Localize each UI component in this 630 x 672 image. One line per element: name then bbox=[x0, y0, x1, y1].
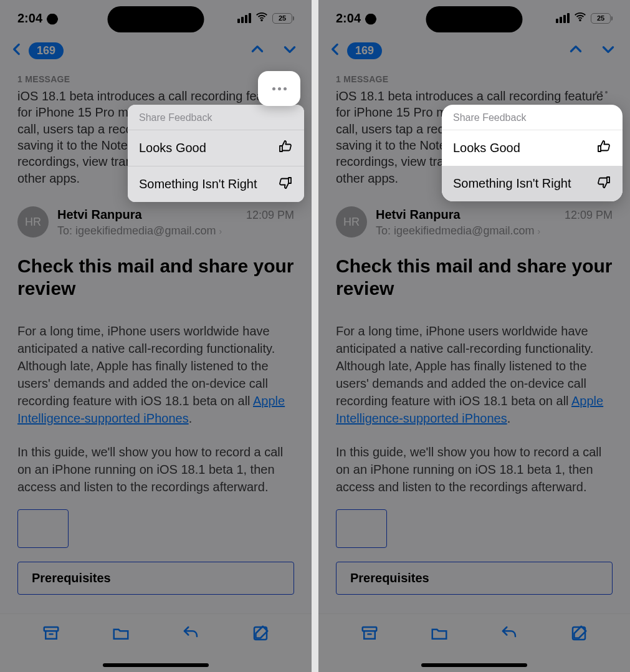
thumbs-up-icon bbox=[278, 139, 293, 157]
recipient-line[interactable]: To: igeekifiedmedia@gmail.com › bbox=[57, 223, 294, 238]
svg-rect-4 bbox=[363, 627, 377, 631]
cellular-signal-icon bbox=[556, 13, 570, 23]
email-paragraph-2: In this guide, we'll show you how to rec… bbox=[17, 443, 294, 496]
reply-button[interactable] bbox=[181, 624, 200, 645]
next-message-button[interactable] bbox=[600, 41, 616, 60]
email-paragraph-1: For a long time, iPhone users worldwide … bbox=[336, 322, 613, 427]
thumbs-up-icon bbox=[596, 139, 611, 157]
nav-bar: 169 bbox=[0, 36, 312, 74]
status-bar: 2:04 25 bbox=[0, 0, 312, 36]
wifi-icon bbox=[255, 10, 269, 27]
chevron-right-icon: › bbox=[219, 226, 222, 236]
email-paragraph-2: In this guide, we'll show you how to rec… bbox=[336, 443, 613, 496]
sender-avatar[interactable]: HR bbox=[17, 206, 49, 238]
back-button[interactable] bbox=[9, 41, 25, 60]
previous-message-button[interactable] bbox=[249, 41, 265, 60]
message-count-label: 1 MESSAGE bbox=[17, 74, 294, 85]
recipient-line[interactable]: To: igeekifiedmedia@gmail.com › bbox=[376, 223, 613, 238]
inbox-count-badge[interactable]: 169 bbox=[347, 42, 382, 59]
thumbs-down-icon bbox=[596, 175, 611, 193]
reply-button[interactable] bbox=[500, 624, 518, 645]
popover-header: Share Feedback bbox=[442, 105, 623, 130]
chevron-right-icon: › bbox=[537, 226, 540, 236]
silent-mode-icon bbox=[46, 11, 59, 26]
sent-time: 12:09 PM bbox=[565, 208, 613, 223]
sender-name[interactable]: Hetvi Ranpura bbox=[57, 206, 142, 223]
inbox-count-badge[interactable]: 169 bbox=[29, 42, 64, 59]
move-folder-button[interactable] bbox=[430, 624, 449, 645]
share-feedback-popover: Share Feedback Looks Good Something Isn'… bbox=[128, 105, 304, 202]
feedback-something-wrong[interactable]: Something Isn't Right bbox=[442, 166, 623, 201]
status-time: 2:04 bbox=[336, 11, 361, 26]
popover-header: Share Feedback bbox=[128, 105, 304, 130]
message-count-label: 1 MESSAGE bbox=[336, 74, 613, 85]
screenshot-right: 2:04 25 169 1 MESSAGE iOS 18.1 beta bbox=[318, 0, 630, 672]
home-indicator[interactable] bbox=[103, 663, 209, 667]
email-paragraph-1: For a long time, iPhone users worldwide … bbox=[17, 322, 294, 427]
dynamic-island bbox=[426, 6, 523, 32]
nav-bar: 169 bbox=[318, 36, 630, 74]
ellipsis-icon bbox=[272, 87, 287, 90]
next-message-button[interactable] bbox=[282, 41, 298, 60]
compose-button[interactable] bbox=[251, 624, 270, 645]
prerequisites-box: Prerequisites bbox=[17, 562, 294, 595]
more-options-button[interactable] bbox=[258, 71, 300, 106]
home-indicator[interactable] bbox=[421, 663, 527, 667]
svg-point-3 bbox=[580, 19, 581, 21]
embedded-image-placeholder bbox=[336, 509, 387, 548]
email-subject: Check this mail and share your review bbox=[336, 255, 613, 300]
sender-avatar[interactable]: HR bbox=[336, 206, 367, 238]
status-time: 2:04 bbox=[17, 11, 42, 26]
dynamic-island bbox=[108, 6, 204, 32]
battery-icon: 25 bbox=[272, 13, 294, 24]
status-bar: 2:04 25 bbox=[318, 0, 630, 36]
battery-icon: 25 bbox=[591, 13, 613, 24]
svg-point-0 bbox=[261, 19, 262, 21]
ellipsis-icon bbox=[595, 91, 608, 94]
sent-time: 12:09 PM bbox=[246, 208, 294, 223]
compose-button[interactable] bbox=[570, 624, 588, 645]
svg-rect-1 bbox=[44, 627, 59, 631]
embedded-image-placeholder bbox=[17, 509, 69, 548]
feedback-something-wrong[interactable]: Something Isn't Right bbox=[128, 166, 304, 202]
prerequisites-box: Prerequisites bbox=[336, 562, 613, 595]
email-subject: Check this mail and share your review bbox=[17, 255, 294, 300]
feedback-looks-good[interactable]: Looks Good bbox=[442, 130, 623, 166]
back-button[interactable] bbox=[327, 41, 343, 60]
cellular-signal-icon bbox=[237, 13, 251, 23]
move-folder-button[interactable] bbox=[112, 624, 130, 645]
previous-message-button[interactable] bbox=[568, 41, 584, 60]
archive-button[interactable] bbox=[360, 624, 379, 645]
thumbs-down-icon bbox=[278, 175, 293, 193]
sender-name[interactable]: Hetvi Ranpura bbox=[376, 206, 461, 223]
screenshot-left: 2:04 25 169 1 MESSAGE iOS 18.1 beta bbox=[0, 0, 312, 672]
archive-button[interactable] bbox=[42, 624, 60, 645]
silent-mode-icon bbox=[365, 11, 377, 26]
share-feedback-popover: Share Feedback Looks Good Something Isn'… bbox=[442, 105, 623, 201]
wifi-icon bbox=[573, 10, 587, 27]
more-options-button[interactable] bbox=[589, 80, 614, 105]
feedback-looks-good[interactable]: Looks Good bbox=[128, 130, 304, 166]
